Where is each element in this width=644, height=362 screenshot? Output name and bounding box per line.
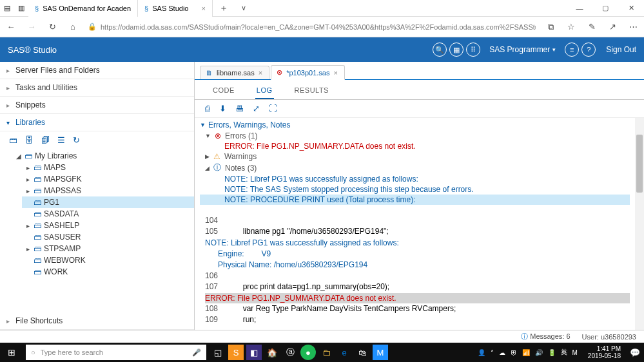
log-note[interactable]: NOTE: Libref PG1 was successfully assign…: [200, 174, 630, 184]
new-tab-button[interactable]: ＋: [213, 3, 235, 14]
popout-icon[interactable]: ⤢: [253, 104, 260, 113]
lib-item[interactable]: ▸🗃MAPSSAS: [22, 185, 194, 196]
tool-icon[interactable]: 🗐: [41, 135, 50, 145]
sidebar-section[interactable]: ▸Server Files and Folders: [0, 62, 194, 79]
refresh-button[interactable]: ↻: [46, 22, 58, 32]
role-menu[interactable]: SAS Programmer ▾: [482, 45, 563, 54]
edge-icon[interactable]: e: [337, 345, 352, 360]
defender-icon[interactable]: ⛨: [511, 349, 517, 356]
tool-icon[interactable]: 🗄: [25, 135, 34, 145]
messages-link[interactable]: ⓘ Messages: 6: [521, 332, 570, 341]
notes-node[interactable]: ◢ⓘNotes (3): [200, 162, 630, 174]
reading-icon[interactable]: ⧉: [545, 22, 556, 32]
file-explorer-icon[interactable]: 🗀: [318, 345, 334, 360]
browser-tab[interactable]: § SAS OnDemand for Acaden: [28, 0, 138, 17]
log-note[interactable]: NOTE: The SAS System stopped processing …: [200, 184, 630, 195]
close-icon[interactable]: ×: [259, 69, 262, 77]
warnings-node[interactable]: ▶⚠Warnings: [200, 151, 630, 162]
refresh-icon[interactable]: ↻: [73, 135, 80, 145]
more-icon[interactable]: ⋯: [627, 22, 639, 32]
scrollbar-thumb[interactable]: [636, 135, 643, 193]
share-icon[interactable]: ↗: [607, 22, 618, 32]
taskbar-clock[interactable]: 1:41 PM 2019-05-18: [583, 345, 626, 359]
log-error[interactable]: ERROR: File PG1.NP_SUMMARY.DATA does not…: [200, 141, 630, 151]
scrollbar[interactable]: [635, 118, 644, 330]
wifi-icon[interactable]: 📶: [522, 349, 530, 356]
mic-icon[interactable]: 🎤: [192, 348, 201, 357]
tab-code[interactable]: CODE: [211, 84, 236, 99]
tool-icon[interactable]: ☰: [57, 135, 65, 145]
lib-item-selected[interactable]: 🗃PG1: [22, 196, 194, 208]
taskbar-search[interactable]: ○ Type here to search 🎤: [26, 345, 206, 360]
close-button[interactable]: ✕: [618, 4, 644, 12]
close-icon[interactable]: ×: [333, 69, 337, 77]
forward-button[interactable]: →: [26, 22, 37, 32]
favicon-icon: §: [35, 5, 39, 12]
tab-results[interactable]: RESULTS: [293, 84, 330, 99]
app-icon[interactable]: M: [373, 345, 388, 360]
lib-item[interactable]: ▸🗃SASHELP: [22, 220, 194, 231]
log-note-selected[interactable]: NOTE: PROCEDURE PRINT used (Total proces…: [200, 195, 630, 205]
favorite-icon[interactable]: ☆: [565, 22, 577, 32]
people-icon[interactable]: 👤: [478, 349, 485, 356]
errors-node[interactable]: ▼⊗Errors (1): [200, 131, 630, 141]
signout-link[interactable]: Sign Out: [597, 45, 636, 54]
sidebar-section[interactable]: ▸File Shortcuts: [0, 312, 194, 330]
app-icon[interactable]: ⓐ: [282, 345, 298, 360]
sidebar: ▸Server Files and Folders ▸Tasks and Uti…: [0, 62, 195, 330]
sidebar-section-libraries[interactable]: ▾Libraries: [0, 114, 194, 131]
help-icon[interactable]: ?: [581, 43, 596, 57]
maximize-button[interactable]: ▢: [592, 4, 618, 12]
onedrive-icon[interactable]: ☁: [499, 349, 505, 356]
tool-icon[interactable]: 🗃: [9, 135, 17, 145]
address-bar: ← → ↻ ⌂ 🔒 https://odamid.oda.sas.com/SAS…: [0, 17, 644, 37]
print-icon[interactable]: 🖶: [235, 104, 244, 113]
system-tray[interactable]: 👤 ˄ ☁ ⛨ 📶 🔊 🔋 英 M: [473, 348, 583, 357]
expand-icon[interactable]: ⛶: [269, 104, 277, 113]
tree-root[interactable]: ◢🗃My Libraries: [13, 150, 194, 162]
ime-icon[interactable]: 英: [561, 348, 567, 357]
search-icon[interactable]: 🔍: [433, 43, 447, 57]
store-icon[interactable]: 🛍: [355, 345, 370, 360]
back-button[interactable]: ←: [5, 22, 17, 32]
home-button[interactable]: ⌂: [67, 22, 79, 32]
lib-item[interactable]: 🗃SASDATA: [22, 208, 194, 220]
tab-log[interactable]: LOG: [255, 84, 274, 99]
tab-menu-icon[interactable]: ∨: [235, 4, 253, 12]
task-view-icon[interactable]: ◱: [210, 345, 226, 360]
start-button[interactable]: ⊞: [0, 347, 23, 357]
log-summary-header[interactable]: ▼Errors, Warnings, Notes: [200, 119, 630, 131]
file-tab-active[interactable]: ⊗ *p103p01.sas ×: [271, 65, 345, 80]
lib-item[interactable]: 🗃SASUSER: [22, 231, 194, 243]
notes-icon[interactable]: ✎: [586, 22, 598, 32]
sidebar-section[interactable]: ▸Tasks and Utilities: [0, 79, 194, 97]
close-icon[interactable]: ×: [201, 5, 205, 12]
more-apps-icon[interactable]: ▦: [449, 43, 463, 57]
lib-item[interactable]: 🗃WORK: [22, 266, 194, 278]
notifications-icon[interactable]: 💬: [627, 345, 643, 360]
minimize-button[interactable]: —: [567, 5, 592, 12]
file-tab[interactable]: 🗎 libname.sas ×: [200, 66, 269, 79]
app-brand: SAS® Studio: [8, 45, 57, 55]
sidebar-section[interactable]: ▸Snippets: [0, 97, 194, 114]
battery-icon[interactable]: 🔋: [548, 349, 556, 356]
download-icon[interactable]: ⬇: [219, 104, 226, 113]
chevron-up-icon[interactable]: ˄: [491, 349, 494, 356]
tool-icon[interactable]: ⎙: [205, 104, 210, 113]
app-icon[interactable]: ●: [300, 345, 316, 360]
url-field[interactable]: 🔒 https://odamid.oda.sas.com/SASStudio/m…: [88, 23, 536, 31]
volume-icon[interactable]: 🔊: [535, 349, 543, 356]
lib-tree: ◢🗃My Libraries ▸🗃MAPS ▸🗃MAPSGFK ▸🗃MAPSSA…: [0, 149, 194, 279]
browser-tab-active[interactable]: § SAS Studio ×: [138, 0, 213, 17]
app-icon[interactable]: S: [228, 345, 244, 360]
app-icon[interactable]: ◧: [246, 345, 262, 360]
lib-item[interactable]: ▸🗃STPSAMP: [22, 243, 194, 254]
lib-item[interactable]: 🗃WEBWORK: [22, 254, 194, 266]
lib-item[interactable]: ▸🗃MAPSGFK: [22, 173, 194, 185]
grid-icon[interactable]: ⠿: [466, 43, 480, 57]
app-icon[interactable]: 🏠: [264, 345, 280, 360]
lib-item[interactable]: ▸🗃MAPS: [22, 162, 194, 173]
menu-icon[interactable]: ≡: [565, 43, 579, 57]
lib-toolbar: 🗃 🗄 🗐 ☰ ↻: [0, 131, 194, 149]
ime-icon[interactable]: M: [572, 349, 578, 356]
